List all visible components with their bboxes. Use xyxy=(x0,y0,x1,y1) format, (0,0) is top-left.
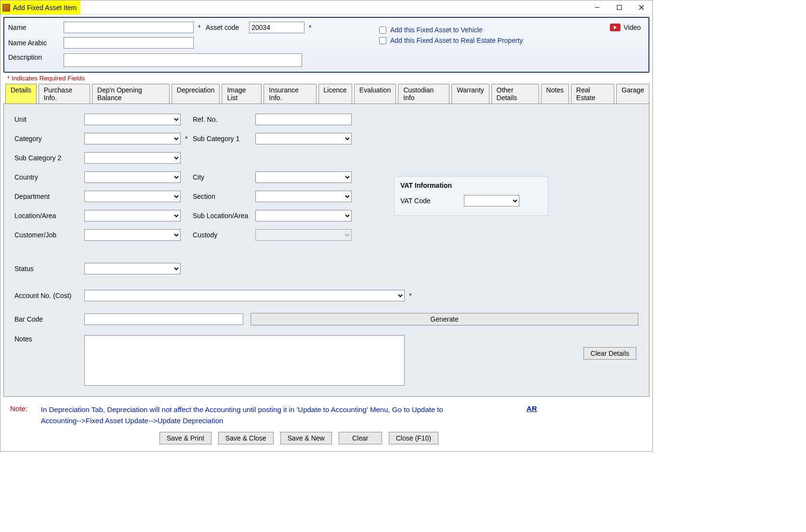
clear-details-button[interactable]: Clear Details xyxy=(583,347,636,360)
barcode-input[interactable] xyxy=(84,313,243,325)
tab-custodian-info[interactable]: Custodian Info xyxy=(398,84,449,104)
tab-licence[interactable]: Licence xyxy=(318,84,352,104)
description-input[interactable] xyxy=(64,53,302,67)
chk-realestate-box[interactable] xyxy=(379,37,386,44)
name-input[interactable] xyxy=(64,22,194,33)
city-select[interactable] xyxy=(255,171,352,183)
custody-label: Custody xyxy=(193,231,255,239)
clear-button[interactable]: Clear xyxy=(339,432,382,444)
footer-note: Note: In Depreciation Tab, Depreciation … xyxy=(0,400,652,430)
tab-dep-n-opening-balance[interactable]: Dep'n Opening Balance xyxy=(92,84,170,104)
close-button[interactable] xyxy=(630,0,652,15)
chk-vehicle[interactable]: Add this Fixed Asset to Vehicle xyxy=(379,26,610,34)
generate-button[interactable]: Generate xyxy=(251,313,638,325)
name-arabic-input[interactable] xyxy=(64,37,194,49)
custody-select xyxy=(255,229,352,241)
refno-input[interactable] xyxy=(255,114,352,125)
city-label: City xyxy=(193,173,255,181)
tab-details[interactable]: Details xyxy=(5,84,37,104)
tab-real-estate[interactable]: Real Estate xyxy=(571,84,614,104)
video-link[interactable]: Video xyxy=(610,24,645,31)
tab-image-list[interactable]: Image List xyxy=(222,84,262,104)
tab-other-details[interactable]: Other Details xyxy=(491,84,539,104)
country-select[interactable] xyxy=(84,171,181,183)
save-close-button[interactable]: Save & Close xyxy=(218,432,274,444)
barcode-label: Bar Code xyxy=(14,315,84,323)
tab-purchase-info-[interactable]: Purchase Info. xyxy=(39,84,90,104)
status-label: Status xyxy=(14,265,84,272)
tab-insurance-info-[interactable]: Insurance Info. xyxy=(264,84,316,104)
sublocation-select[interactable] xyxy=(255,210,352,221)
account-label: Account No. (Cost) xyxy=(14,292,84,299)
account-required: * xyxy=(407,292,417,299)
chk-realestate[interactable]: Add this Fixed Asset to Real Estate Prop… xyxy=(379,37,610,44)
status-select[interactable] xyxy=(84,263,181,274)
section-label: Section xyxy=(193,193,255,200)
section-select[interactable] xyxy=(255,191,352,202)
titlebar-left: Add Fixed Asset Item xyxy=(0,0,80,14)
customer-label: Customer/Job xyxy=(14,231,84,239)
name-arabic-label: Name Arabic xyxy=(8,39,64,47)
name-required: * xyxy=(196,24,206,31)
asset-code-required: * xyxy=(307,24,317,31)
youtube-icon xyxy=(610,24,621,31)
tab-strip: DetailsPurchase Info.Dep'n Opening Balan… xyxy=(5,84,649,104)
window-controls xyxy=(586,0,652,15)
video-label: Video xyxy=(623,24,641,31)
maximize-button[interactable] xyxy=(608,0,630,15)
tab-warranty[interactable]: Warranty xyxy=(451,84,489,104)
required-fields-note: * Indicates Required Fields xyxy=(7,75,652,82)
vat-code-select[interactable] xyxy=(464,195,519,207)
bottom-button-bar: Save & Print Save & Close Save & New Cle… xyxy=(0,430,652,451)
subcat1-label: Sub Category 1 xyxy=(193,135,255,143)
header-panel: Name * Asset code * Add this Fixed Asset… xyxy=(3,17,649,73)
svg-rect-1 xyxy=(617,5,621,10)
note-text: In Depreciation Tab, Depreciation will n… xyxy=(41,404,460,426)
chk-realestate-label: Add this Fixed Asset to Real Estate Prop… xyxy=(390,37,523,44)
subcat1-select[interactable] xyxy=(255,133,352,144)
category-label: Category xyxy=(14,135,84,143)
country-label: Country xyxy=(14,173,84,181)
notes-label: Notes xyxy=(14,335,84,343)
description-label: Description xyxy=(8,53,64,61)
location-select[interactable] xyxy=(84,210,181,221)
subcat2-label: Sub Category 2 xyxy=(14,154,84,162)
chk-vehicle-box[interactable] xyxy=(379,26,386,34)
asset-code-input[interactable] xyxy=(249,22,304,33)
minimize-button[interactable] xyxy=(586,0,608,15)
account-select[interactable] xyxy=(84,290,405,301)
close-f10-button[interactable]: Close (F10) xyxy=(389,432,438,444)
asset-code-label: Asset code xyxy=(206,24,249,31)
save-print-button[interactable]: Save & Print xyxy=(159,432,211,444)
category-required: * xyxy=(183,135,193,143)
titlebar: Add Fixed Asset Item xyxy=(0,0,652,15)
vat-info-panel: VAT Information VAT Code xyxy=(394,176,548,216)
tab-notes[interactable]: Notes xyxy=(541,84,569,104)
app-icon xyxy=(2,4,10,12)
name-label: Name xyxy=(8,24,64,31)
save-new-button[interactable]: Save & New xyxy=(280,432,332,444)
category-select[interactable] xyxy=(84,133,181,144)
note-label: Note: xyxy=(10,404,27,413)
vat-info-title: VAT Information xyxy=(400,182,542,189)
subcat2-select[interactable] xyxy=(84,152,181,164)
app-window: Add Fixed Asset Item Name * Asset code * xyxy=(0,0,653,452)
unit-select[interactable] xyxy=(84,114,181,125)
vat-code-label: VAT Code xyxy=(400,197,430,205)
tab-evaluation[interactable]: Evaluation xyxy=(354,84,396,104)
tab-depreciation[interactable]: Depreciation xyxy=(172,84,220,104)
department-select[interactable] xyxy=(84,191,181,202)
notes-input[interactable] xyxy=(84,335,405,386)
customer-select[interactable] xyxy=(84,229,181,241)
chk-vehicle-label: Add this Fixed Asset to Vehicle xyxy=(390,26,482,34)
department-label: Department xyxy=(14,193,84,200)
unit-label: Unit xyxy=(14,116,84,123)
ar-link[interactable]: AR xyxy=(527,404,537,413)
tab-body-details: Unit Ref. No. Category * Sub Category 1 … xyxy=(3,104,649,397)
tab-garage[interactable]: Garage xyxy=(616,84,649,104)
sublocation-label: Sub Location/Area xyxy=(193,212,255,220)
location-label: Location/Area xyxy=(14,212,84,220)
window-title: Add Fixed Asset Item xyxy=(13,4,77,12)
refno-label: Ref. No. xyxy=(193,116,255,123)
